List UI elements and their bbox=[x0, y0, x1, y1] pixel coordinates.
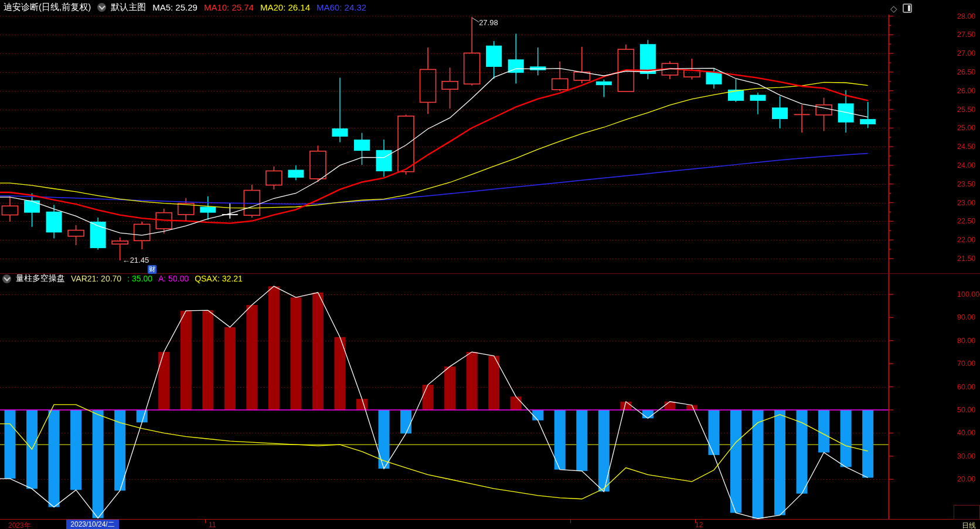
selected-date-label: 2023/10/24/二 bbox=[66, 520, 119, 529]
split-window-icon[interactable] bbox=[903, 4, 912, 13]
price-axis-label: 25.00 bbox=[957, 124, 975, 132]
price-axis-label: 28.00 bbox=[957, 12, 975, 21]
month-label: 11 bbox=[209, 521, 216, 529]
price-axis-label: 24.00 bbox=[957, 161, 975, 169]
finance-flag-icon[interactable]: 财 bbox=[148, 265, 156, 274]
price-axis-label: 21.50 bbox=[957, 255, 975, 263]
price-axis-label: 27.50 bbox=[957, 30, 975, 39]
price-axis-label: 23.50 bbox=[957, 180, 975, 188]
price-axis-label: 26.50 bbox=[957, 68, 975, 76]
ma60-value: MA60: 24.32 bbox=[317, 2, 366, 12]
chevron-down-icon[interactable] bbox=[2, 274, 11, 283]
diamond-icon[interactable]: ◇ bbox=[890, 5, 897, 12]
price-axis-label: 26.00 bbox=[957, 87, 975, 95]
low-price-annotation: ←21.45 bbox=[122, 256, 149, 264]
indicator-axis-label: 60.00 bbox=[957, 383, 975, 391]
price-axis-label: 23.00 bbox=[957, 199, 975, 207]
price-axis-label: 22.50 bbox=[957, 217, 975, 225]
price-axis-label: 24.50 bbox=[957, 143, 975, 151]
b-value: : 35.00 bbox=[127, 274, 152, 283]
indicator-axis-label: 30.00 bbox=[957, 452, 975, 460]
year-label: 2023年 bbox=[8, 521, 31, 529]
ma5-value: MA5: 25.29 bbox=[152, 2, 198, 12]
price-axis-label: 27.00 bbox=[957, 49, 975, 57]
period-label: 日线 bbox=[962, 521, 976, 529]
indicator-axis-label: 50.00 bbox=[957, 406, 975, 414]
chevron-down-icon[interactable] bbox=[97, 3, 106, 12]
ma10-value: MA10: 25.74 bbox=[204, 2, 254, 12]
date-axis[interactable]: 2023年 2023/10/24/二 1112 日线 bbox=[0, 520, 980, 529]
month-label: 12 bbox=[695, 521, 703, 529]
indicator-axis-label: 90.00 bbox=[957, 313, 975, 321]
page-title: 迪安诊断(日线,前复权) bbox=[4, 2, 91, 13]
price-axis-label: 25.50 bbox=[957, 106, 975, 114]
trading-app: { "header": { "title": "迪安诊断(日线,前复权)", "… bbox=[0, 0, 980, 529]
indicator-axis-label: 80.00 bbox=[957, 337, 975, 345]
window-controls: ◇ bbox=[890, 4, 912, 13]
high-price-annotation: 27.98 bbox=[479, 18, 498, 27]
qsax-value: QSAX: 32.21 bbox=[195, 274, 243, 283]
indicator-axis-label: 40.00 bbox=[957, 429, 975, 437]
price-axis-label: 22.00 bbox=[957, 236, 975, 244]
indicator-axis-label: 100.00 bbox=[957, 290, 979, 299]
overlay-label[interactable]: 默认主图 bbox=[111, 2, 146, 13]
main-chart-header: 迪安诊断(日线,前复权) 默认主图 MA5: 25.29 MA10: 25.74… bbox=[0, 0, 373, 14]
ma20-value: MA20: 26.14 bbox=[260, 2, 310, 12]
a-value: A: 50.00 bbox=[158, 274, 189, 283]
indicator-title[interactable]: 量柱多空操盘 bbox=[16, 273, 65, 284]
indicator-header: 量柱多空操盘 VAR21: 20.70 : 35.00 A: 50.00 QSA… bbox=[0, 273, 249, 284]
var21-value: VAR21: 20.70 bbox=[71, 274, 121, 283]
indicator-axis-label: 70.00 bbox=[957, 360, 975, 368]
indicator-axis-label: 20.00 bbox=[957, 475, 975, 483]
